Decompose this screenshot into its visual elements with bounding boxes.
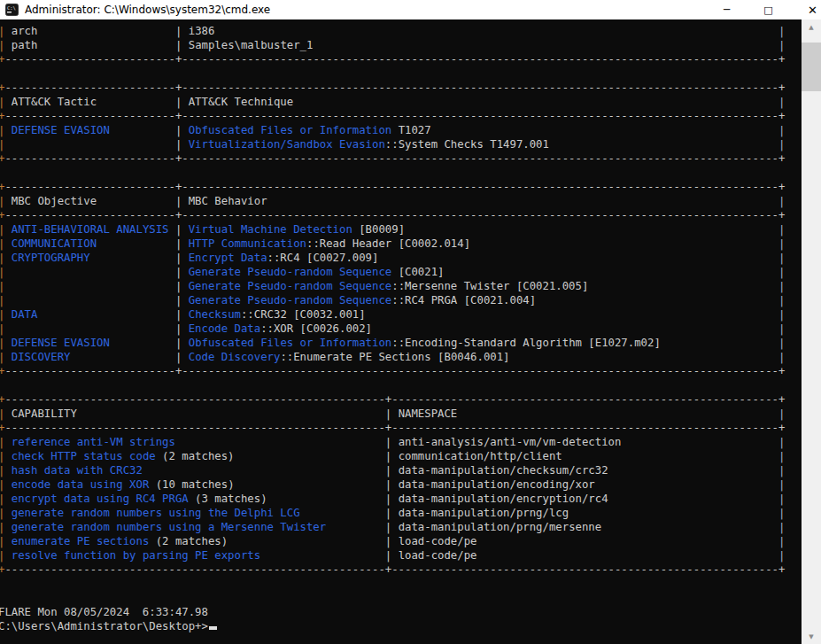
- terminal-line: +--------------------------+------------…: [0, 180, 785, 194]
- terminal-line: | DEFENSE EVASION | Obfuscated Files or …: [0, 123, 785, 137]
- close-button[interactable]: ✕: [793, 0, 821, 19]
- terminal-line: | COMMUNICATION | HTTP Communication::Re…: [0, 237, 785, 251]
- terminal-line: | encode data using XOR (10 matches) | d…: [0, 477, 785, 492]
- terminal-line: +--------------------------+------------…: [0, 81, 785, 95]
- terminal-line: [0, 66, 785, 81]
- terminal-line: | CRYPTOGRAPHY | Encrypt Data::RC4 [C002…: [0, 251, 785, 265]
- terminal-output: | arch | i386 || path | Samples\malbuste…: [0, 24, 785, 633]
- terminal-line: [0, 378, 785, 392]
- scrollbar-up-icon[interactable]: ▲: [802, 19, 821, 35]
- scrollbar-down-icon[interactable]: ▼: [802, 629, 821, 644]
- terminal-line: +--------------------------+------------…: [0, 151, 785, 166]
- terminal-line: | DATA | Checksum::CRC32 [C0032.001] |: [0, 307, 785, 322]
- terminal-line: +--------------------------+------------…: [0, 109, 785, 123]
- terminal-line: | resolve function by parsing PE exports…: [0, 548, 785, 563]
- terminal-line: | check HTTP status code (2 matches) | c…: [0, 449, 785, 463]
- terminal-line: | | Generate Pseudo-random Sequence::RC4…: [0, 293, 785, 307]
- cmd-icon: C:\: [5, 4, 19, 16]
- cmd-window: { "window": { "title": "Administrator: C…: [0, 0, 821, 644]
- terminal-line: C:\Users\Administrator\Desktop+>: [0, 619, 785, 633]
- terminal-line: | | Generate Pseudo-random Sequence::Mer…: [0, 279, 785, 293]
- minimize-button[interactable]: ─: [707, 0, 747, 19]
- terminal-line: +--------------------------+------------…: [0, 364, 785, 378]
- window-titlebar[interactable]: C:\ Administrator: C:\Windows\system32\c…: [0, 0, 821, 19]
- terminal-line: | DISCOVERY | Code Discovery::Enumerate …: [0, 350, 785, 364]
- scrollbar[interactable]: ▲ ▼: [802, 19, 821, 644]
- terminal-line: FLARE Mon 08/05/2024 6:33:47.98: [0, 605, 785, 619]
- terminal-line: +---------------------------------------…: [0, 392, 785, 407]
- terminal-line: | arch | i386 |: [0, 24, 785, 38]
- terminal-line: | MBC Objective | MBC Behavior |: [0, 194, 785, 208]
- scrollbar-thumb[interactable]: [802, 43, 821, 91]
- svg-text:C:\: C:\: [7, 5, 16, 11]
- terminal-line: +---------------------------------------…: [0, 563, 785, 577]
- terminal-line: +--------------------------+------------…: [0, 52, 785, 66]
- terminal-line: [0, 591, 785, 605]
- terminal-line: [0, 166, 785, 180]
- window-title: Administrator: C:\Windows\system32\cmd.e…: [25, 4, 270, 16]
- terminal-line: | ATT&CK Tactic | ATT&CK Technique |: [0, 95, 785, 109]
- terminal-line: | path | Samples\malbuster_1 |: [0, 38, 785, 52]
- terminal-line: +---------------------------------------…: [0, 421, 785, 435]
- maximize-button[interactable]: □: [748, 0, 788, 19]
- terminal-line: | | Virtualization/Sandbox Evasion::Syst…: [0, 137, 785, 151]
- terminal[interactable]: | arch | i386 || path | Samples\malbuste…: [0, 19, 802, 644]
- terminal-line: | enumerate PE sections (2 matches) | lo…: [0, 534, 785, 548]
- terminal-line: | | Generate Pseudo-random Sequence [C00…: [0, 265, 785, 279]
- prompt-cursor: [209, 626, 217, 630]
- terminal-line: | CAPABILITY | NAMESPACE |: [0, 407, 785, 421]
- terminal-line: | DEFENSE EVASION | Obfuscated Files or …: [0, 336, 785, 350]
- terminal-line: | reference anti-VM strings | anti-analy…: [0, 435, 785, 449]
- terminal-line: | generate random numbers using the Delp…: [0, 506, 785, 520]
- terminal-line: +--------------------------+------------…: [0, 208, 785, 222]
- terminal-line: | | Encode Data::XOR [C0026.002] |: [0, 322, 785, 336]
- terminal-line: | encrypt data using RC4 PRGA (3 matches…: [0, 492, 785, 506]
- terminal-line: | hash data with CRC32 | data-manipulati…: [0, 463, 785, 477]
- terminal-line: | ANTI-BEHAVIORAL ANALYSIS | Virtual Mac…: [0, 222, 785, 237]
- terminal-line: | generate random numbers using a Mersen…: [0, 520, 785, 534]
- terminal-line: [0, 577, 785, 591]
